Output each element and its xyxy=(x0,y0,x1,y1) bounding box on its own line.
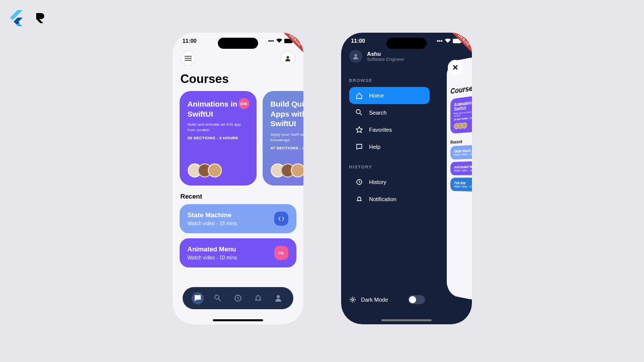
cards-row[interactable]: iOS Animations in SwiftUI Build and anim… xyxy=(173,91,303,186)
menu-label: Help xyxy=(369,144,381,150)
menu-icon xyxy=(185,56,192,61)
ios-icon: iOS xyxy=(238,98,250,109)
star-icon xyxy=(355,126,363,134)
search-icon xyxy=(355,109,363,117)
card-desc: Build and animate an iOS app from scratc… xyxy=(188,122,248,133)
recent-card[interactable]: State Mach Watch video - 15 xyxy=(450,144,472,160)
card-desc: Apply your Swift and SwiftUI knowledge xyxy=(271,132,303,143)
nav-search[interactable] xyxy=(212,292,224,304)
help-icon xyxy=(355,143,363,151)
menu-help[interactable]: Help xyxy=(349,138,430,155)
profile-button[interactable] xyxy=(280,51,295,66)
menu-favorites[interactable]: Favorites xyxy=(349,121,430,138)
avatar xyxy=(291,163,303,177)
recent-label: Recent xyxy=(447,134,472,146)
nav-profile[interactable] xyxy=(272,292,284,304)
svg-point-9 xyxy=(356,110,360,114)
notch xyxy=(386,38,427,49)
close-icon xyxy=(452,64,458,70)
profile-name: Ashu xyxy=(367,51,405,57)
dark-mode-label: Dark Mode xyxy=(361,297,388,303)
svg-point-8 xyxy=(354,54,357,57)
recent-sub: Watch video - 8 xyxy=(454,185,472,189)
avatars xyxy=(188,163,249,177)
svg-point-5 xyxy=(277,295,280,298)
menu-label: Notification xyxy=(369,196,396,202)
recent-sub: Watch video - 15 mins xyxy=(188,221,237,226)
toggle-thumb xyxy=(409,296,416,303)
avatars xyxy=(271,163,303,177)
menu-label: Favorites xyxy=(369,127,392,133)
recent-list: State Machine Watch video - 15 mins Anim… xyxy=(173,204,303,267)
clock-icon xyxy=(355,178,363,186)
svg-point-3 xyxy=(215,295,219,299)
header-row xyxy=(173,47,303,70)
cellular-icon: ••• xyxy=(437,38,443,44)
menu-label: History xyxy=(369,179,386,185)
rive-logo xyxy=(33,11,47,25)
phone-dark: DEBUG 11:00 ••• Ashu Software Engineer xyxy=(341,33,472,324)
menu-home[interactable]: Home xyxy=(349,87,430,104)
recent-card[interactable]: Tab Bar Watch video - 8 xyxy=(450,177,472,192)
recent-title: State Machine xyxy=(188,211,237,219)
recent-label: Recent xyxy=(173,186,303,204)
recent-sub: Watch video - 10 xyxy=(454,168,472,172)
nav-history[interactable] xyxy=(232,292,244,304)
avatar xyxy=(461,122,467,129)
nav-chat[interactable] xyxy=(192,292,204,304)
menu-label: Home xyxy=(369,93,384,99)
profile-role: Software Engineer xyxy=(367,57,405,62)
recent-sub: Watch video - 10 mins xyxy=(188,255,237,260)
card-title: Build Quick Apps with SwiftUI xyxy=(271,99,303,129)
menu-history[interactable]: History xyxy=(349,173,430,191)
menu-button[interactable] xyxy=(181,51,196,66)
svg-point-2 xyxy=(286,56,289,59)
card-title: Animations in SwiftUI xyxy=(454,99,472,112)
recent-card[interactable]: Animated Menu Watch video - 10 mins iOS xyxy=(180,238,296,267)
recent-card[interactable]: State Machine Watch video - 15 mins xyxy=(180,204,296,233)
recent-title: Animated Menu xyxy=(188,245,237,253)
wifi-icon xyxy=(445,38,451,43)
home-indicator xyxy=(381,319,432,321)
card-title: Animations in SwiftUI xyxy=(188,99,243,119)
wifi-icon xyxy=(276,38,282,43)
status-time: 11:00 xyxy=(183,38,197,44)
history-label: HISTORY xyxy=(349,164,464,169)
logos xyxy=(10,10,47,26)
flutter-logo xyxy=(10,10,23,26)
person-icon xyxy=(353,53,359,59)
course-card[interactable]: Build Quick Apps with SwiftUI Apply your… xyxy=(263,91,303,186)
avatar xyxy=(208,163,222,177)
menu-search[interactable]: Search xyxy=(349,104,430,121)
code-icon xyxy=(274,212,288,226)
profile-row: Ashu Software Engineer xyxy=(349,47,464,69)
tilted-home-content: Courses Animations in SwiftUI Build and … xyxy=(447,54,472,302)
course-card[interactable]: iOS Animations in SwiftUI Build and anim… xyxy=(180,91,257,186)
nav-bell[interactable] xyxy=(252,292,264,304)
profile-avatar xyxy=(349,50,362,63)
browse-label: BROWSE xyxy=(349,78,464,83)
gear-icon xyxy=(349,296,356,303)
close-button[interactable] xyxy=(448,60,463,75)
cellular-icon: ••• xyxy=(268,38,274,44)
notch xyxy=(218,38,258,49)
dark-mode-row: Dark Mode xyxy=(349,295,426,304)
home-icon xyxy=(355,92,363,100)
page-title: Courses xyxy=(173,70,303,91)
recent-card[interactable]: Animated M Watch video - 10 xyxy=(450,161,472,175)
status-time: 11:00 xyxy=(351,38,365,44)
course-card[interactable]: Animations in SwiftUI Build and animate … xyxy=(450,94,472,134)
svg-point-11 xyxy=(352,299,354,301)
bell-icon xyxy=(355,195,363,203)
card-meta: 47 SECTIONS - 1 xyxy=(271,146,303,150)
menu-label: Search xyxy=(369,110,387,116)
dark-mode-toggle[interactable] xyxy=(408,295,425,304)
ios-icon: iOS xyxy=(274,246,288,260)
avatars xyxy=(454,120,472,129)
home-indicator xyxy=(213,319,263,321)
card-meta: 20 SECTIONS - 3 HOURS xyxy=(188,136,249,140)
person-icon xyxy=(285,55,291,61)
bottom-nav xyxy=(183,287,293,309)
phone-light: DEBUG 11:00 ••• Courses iOS Animations i… xyxy=(173,33,303,324)
menu-notification[interactable]: Notification xyxy=(349,191,430,208)
